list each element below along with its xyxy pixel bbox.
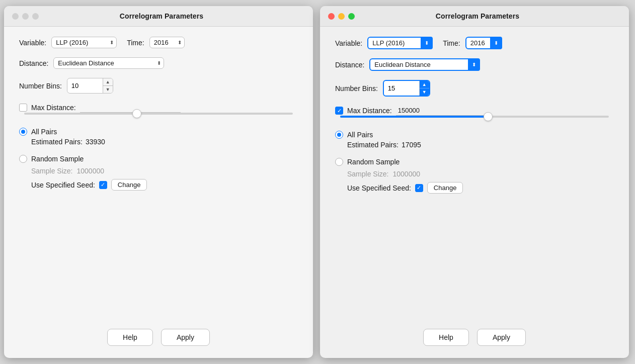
sample-size-value-w2: 1000000 <box>392 170 420 178</box>
variable-select-wrapper-w1[interactable]: LLP (2016) ⬍ <box>51 37 117 48</box>
random-sample-section-w2: Random Sample Sample Size: 1000000 Use S… <box>335 158 614 194</box>
max-distance-slider-w1[interactable] <box>24 113 293 115</box>
estimated-pairs-value-w2: 17095 <box>402 141 421 149</box>
seed-label-w2: Use Specified Seed: <box>347 184 411 192</box>
close-button-w2[interactable] <box>328 13 335 20</box>
change-button-w1[interactable]: Change <box>111 179 147 191</box>
time-label-w1: Time: <box>127 39 144 47</box>
number-bins-down-w1[interactable]: ▼ <box>103 86 113 93</box>
variable-label-w2: Variable: <box>335 39 362 47</box>
number-bins-label-w1: Number Bins: <box>19 82 62 90</box>
number-bins-row-w1: Number Bins: ▲ ▼ <box>19 78 298 94</box>
estimated-pairs-value-w1: 33930 <box>86 138 105 146</box>
variable-time-row-w2: Variable: LLP (2016) ⬍ Time: 2016 ⬍ <box>335 37 614 49</box>
sample-size-row-w2: Sample Size: 1000000 <box>335 170 614 178</box>
max-distance-section-w2: ✓ Max Distance: <box>335 106 614 122</box>
help-button-w1[interactable]: Help <box>107 329 153 346</box>
random-sample-label-w2: Random Sample <box>347 158 400 166</box>
minimize-button-w1[interactable] <box>22 13 29 20</box>
estimated-pairs-row-w1: Estimated Pairs: 33930 <box>19 138 298 146</box>
distance-row-w1: Distance: Euclidean Distance ⬍ <box>19 57 298 69</box>
distance-select-wrapper-w2[interactable]: Euclidean Distance ⬍ <box>369 58 480 71</box>
number-bins-input-w2[interactable] <box>384 82 419 94</box>
distance-label-w2: Distance: <box>335 61 364 69</box>
footer-w2: Help Apply <box>320 321 629 358</box>
random-sample-radio-w1[interactable] <box>19 155 27 163</box>
apply-button-w1[interactable]: Apply <box>161 329 210 346</box>
max-distance-input-w1[interactable] <box>80 103 181 113</box>
all-pairs-section-w2: All Pairs Estimated Pairs: 17095 <box>335 131 614 149</box>
number-bins-input-w1[interactable] <box>67 80 103 92</box>
variable-select-w2[interactable]: LLP (2016) <box>367 37 433 49</box>
time-select-wrapper-w1[interactable]: 2016 ⬍ <box>149 37 185 48</box>
max-distance-row-w1: Max Distance: <box>19 103 298 113</box>
window2-controls <box>328 13 355 20</box>
number-bins-row-w2: Number Bins: ▲ ▼ <box>335 80 614 97</box>
change-button-w2[interactable]: Change <box>427 182 463 194</box>
max-distance-slider-container-w1 <box>19 113 298 115</box>
estimated-pairs-row-w2: Estimated Pairs: 17095 <box>335 141 614 149</box>
max-distance-section-w1: Max Distance: <box>19 103 298 119</box>
max-distance-checkbox-w2[interactable]: ✓ <box>335 107 343 115</box>
random-sample-label-w1: Random Sample <box>31 155 84 163</box>
number-bins-down-w2[interactable]: ▼ <box>420 88 429 96</box>
variable-time-row-w1: Variable: LLP (2016) ⬍ Time: 2016 ⬍ <box>19 37 298 48</box>
time-label-w2: Time: <box>443 39 460 47</box>
max-distance-label-w2: Max Distance: <box>347 107 392 115</box>
all-pairs-radio-dot-w1 <box>21 130 25 134</box>
sample-size-label-w1: Sample Size: <box>31 167 72 175</box>
number-bins-input-wrapper-w2[interactable]: ▲ ▼ <box>383 80 430 97</box>
number-bins-up-w2[interactable]: ▲ <box>420 81 429 88</box>
all-pairs-row-w2: All Pairs <box>335 131 614 139</box>
time-select-w1[interactable]: 2016 <box>149 37 185 48</box>
window2-title: Correlogram Parameters <box>361 12 594 20</box>
distance-select-w1[interactable]: Euclidean Distance <box>53 57 164 69</box>
maximize-button-w1[interactable] <box>32 13 39 20</box>
max-distance-checkmark-w2: ✓ <box>337 108 342 114</box>
variable-select-w1[interactable]: LLP (2016) <box>51 37 117 48</box>
time-select-wrapper-w2[interactable]: 2016 ⬍ <box>465 37 502 49</box>
number-bins-label-w2: Number Bins: <box>335 84 378 93</box>
help-button-w2[interactable]: Help <box>423 329 469 346</box>
distance-select-wrapper-w1[interactable]: Euclidean Distance ⬍ <box>53 57 164 69</box>
distance-select-w2[interactable]: Euclidean Distance <box>369 58 480 71</box>
max-distance-input-w2[interactable] <box>396 106 487 116</box>
max-distance-checkbox-w1[interactable] <box>19 104 27 112</box>
max-distance-thumb-w2[interactable] <box>484 112 493 121</box>
random-sample-section-w1: Random Sample Sample Size: 1000000 Use S… <box>19 155 298 191</box>
all-pairs-radio-dot-w2 <box>337 133 341 137</box>
random-sample-radio-w2[interactable] <box>335 158 343 166</box>
seed-checkbox-w2[interactable]: ✓ <box>415 184 423 192</box>
estimated-pairs-label-w1: Estimated Pairs: <box>31 138 83 146</box>
max-distance-thumb-w1[interactable] <box>132 109 141 118</box>
random-sample-row-w2: Random Sample <box>335 158 614 166</box>
number-bins-input-wrapper-w1[interactable]: ▲ ▼ <box>67 78 113 94</box>
number-bins-up-w1[interactable]: ▲ <box>103 78 113 86</box>
number-bins-stepper-w1[interactable]: ▲ ▼ <box>103 78 113 93</box>
sample-size-label-w2: Sample Size: <box>347 170 388 178</box>
seed-checkmark-w2: ✓ <box>417 185 421 191</box>
time-select-w2[interactable]: 2016 <box>465 37 502 49</box>
all-pairs-radio-w2[interactable] <box>335 131 343 139</box>
max-distance-slider-w2[interactable] <box>340 116 609 118</box>
distance-label-w1: Distance: <box>19 59 48 67</box>
seed-checkbox-w1[interactable]: ✓ <box>99 181 107 189</box>
seed-row-w1: Use Specified Seed: ✓ Change <box>19 179 298 191</box>
max-distance-slider-fill-w2 <box>340 116 488 118</box>
max-distance-row-w2: ✓ Max Distance: <box>335 106 614 116</box>
random-sample-row-w1: Random Sample <box>19 155 298 163</box>
seed-label-w1: Use Specified Seed: <box>31 181 95 189</box>
minimize-button-w2[interactable] <box>338 13 345 20</box>
all-pairs-label-w2: All Pairs <box>347 131 373 139</box>
variable-select-wrapper-w2[interactable]: LLP (2016) ⬍ <box>367 37 433 49</box>
max-distance-slider-container-w2 <box>335 116 614 118</box>
estimated-pairs-label-w2: Estimated Pairs: <box>347 141 399 149</box>
sample-size-value-w1: 1000000 <box>76 167 104 175</box>
maximize-button-w2[interactable] <box>348 13 355 20</box>
seed-checkmark-w1: ✓ <box>101 182 105 188</box>
number-bins-stepper-w2[interactable]: ▲ ▼ <box>419 81 429 96</box>
footer-w1: Help Apply <box>4 321 313 358</box>
all-pairs-radio-w1[interactable] <box>19 128 27 136</box>
close-button-w1[interactable] <box>12 13 19 20</box>
apply-button-w2[interactable]: Apply <box>477 329 526 346</box>
